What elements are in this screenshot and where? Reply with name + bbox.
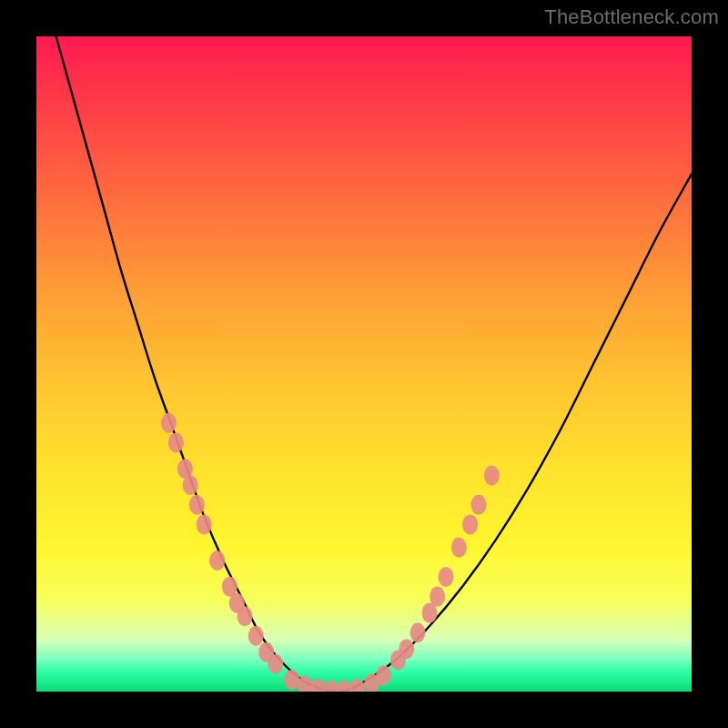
highlight-dot: [399, 639, 414, 659]
plot-area: [36, 36, 692, 692]
highlight-dot: [197, 514, 212, 534]
highlight-dot: [189, 495, 205, 515]
bottleneck-curve: [56, 36, 692, 692]
highlight-dot: [484, 465, 500, 485]
highlight-dot: [248, 626, 264, 646]
highlight-dot: [168, 432, 184, 452]
chart-frame: TheBottleneck.com: [0, 0, 728, 728]
highlight-dot: [237, 606, 252, 626]
watermark-text: TheBottleneck.com: [544, 5, 719, 29]
highlight-dot: [183, 475, 198, 495]
highlight-dot: [471, 495, 487, 515]
highlight-dot: [462, 514, 478, 534]
highlight-dot: [376, 665, 391, 685]
highlight-dot: [284, 670, 299, 690]
highlight-dot: [430, 587, 445, 607]
highlight-dot: [451, 538, 467, 558]
chart-svg: [36, 36, 692, 692]
highlight-dot: [410, 622, 426, 642]
highlight-dot: [209, 551, 225, 571]
highlight-dots: [161, 413, 500, 692]
highlight-dot: [161, 413, 177, 433]
highlight-dot: [349, 679, 365, 692]
highlight-dot: [439, 567, 454, 587]
highlight-dot: [268, 654, 283, 674]
